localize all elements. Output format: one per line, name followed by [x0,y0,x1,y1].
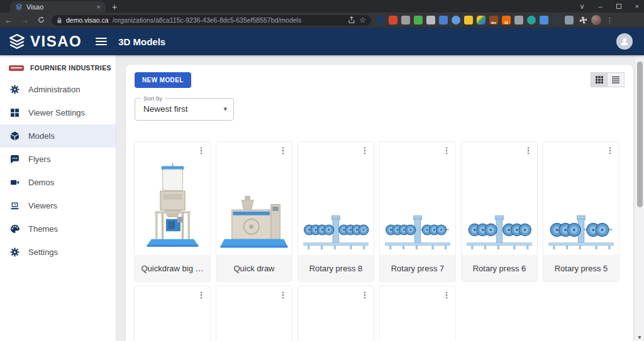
organization-row[interactable]: FOURNIER INDUSTRIES [0,55,116,78]
window-controls: ∨ – × [579,0,639,13]
url-bar[interactable]: demo.visao.ca/organizations/a8ca115c-923… [52,15,371,26]
bookmark-star-icon[interactable]: ☆ [359,16,366,24]
back-icon[interactable]: ← [0,16,16,25]
model-thumbnail-area[interactable] [135,142,210,255]
list-view-button[interactable] [608,72,625,87]
card-menu-icon[interactable]: ⋮ [441,290,452,301]
reload-icon[interactable] [33,16,49,25]
model-card-rotary-press-5[interactable]: ⋮ [543,141,619,282]
model-thumbnail-area[interactable] [380,142,455,255]
person-icon [619,36,630,46]
tab-close-icon[interactable]: × [97,3,101,11]
card-menu-icon[interactable]: ⋮ [278,146,288,157]
card-menu-icon[interactable]: ⋮ [441,146,452,157]
dashboard-icon [10,108,19,117]
card-menu-icon[interactable]: ⋮ [196,146,206,157]
panel-extension-icon[interactable] [439,16,448,24]
minimize-icon[interactable]: – [598,3,602,10]
model-card-rotary-press-6[interactable]: ⋮ [461,141,538,282]
secure-lock-icon[interactable] [57,17,62,24]
card-menu-icon[interactable]: ⋮ [278,290,288,301]
scrollbar-thumb[interactable] [637,62,643,207]
card-footer[interactable]: Quick draw [216,255,292,281]
model-card-rotary-press-7[interactable]: ⋮ [379,141,456,282]
models-panel: NEW MODEL Sort by Newest first ▾ [126,65,633,341]
model-card-partial[interactable]: ⋮ [216,286,292,341]
new-model-button[interactable]: NEW MODEL [135,72,191,88]
card-footer[interactable]: Rotary press 7 [380,255,455,281]
doc-extension-icon[interactable] [426,16,435,24]
sidebar-item-themes[interactable]: Themes [0,217,116,241]
visao-logo[interactable]: VISAO [8,33,82,50]
pin-extension-icon[interactable] [389,16,397,24]
sort-select[interactable]: Sort by Newest first ▾ [135,98,234,121]
model-card-quick-draw[interactable]: ⋮ Quick draw [216,141,292,282]
new-tab-button[interactable]: + [112,2,117,12]
compose-extension-icon[interactable] [540,16,548,24]
model-card-partial[interactable]: ⋮ [134,286,211,341]
sidebar-item-demos[interactable]: Demos [0,171,116,194]
browser-profile-avatar[interactable] [591,15,601,25]
card-footer[interactable]: Rotary press 6 [462,255,537,281]
card-footer[interactable]: Quickdraw big … [135,255,210,281]
menu-hamburger-icon[interactable] [96,38,107,45]
organization-name: FOURNIER INDUSTRIES [30,64,111,72]
dec-extension-icon[interactable]: dec [489,16,498,24]
sidebar-item-viewers[interactable]: Viewers [0,194,116,217]
scrollbar-down-icon[interactable]: ▼ [635,335,644,340]
card-menu-icon[interactable]: ⋮ [360,146,370,157]
sidebar-item-settings[interactable]: Settings [0,241,116,264]
rainbow-extension-icon[interactable] [477,16,486,24]
sidebar-item-models[interactable]: Models [0,124,116,148]
grid-view-button[interactable] [591,72,608,87]
pointer-extension-icon[interactable] [565,16,574,24]
sidebar-item-label: Settings [28,247,58,257]
card-footer[interactable]: Rotary press 5 [543,255,619,281]
card-menu-icon[interactable]: ⋮ [360,290,370,301]
flask-extension-icon[interactable] [464,16,473,24]
sidebar: FOURNIER INDUSTRIES AdministrationViewer… [0,55,116,341]
mail-extension-icon[interactable] [514,16,523,24]
model-title: Quickdraw big … [142,264,204,273]
user-avatar[interactable] [616,33,633,50]
maximize-icon[interactable] [616,4,621,9]
calendar-extension-icon[interactable]: 22 [502,16,511,24]
sidebar-item-administration[interactable]: Administration [0,78,116,101]
share-icon[interactable] [348,16,355,24]
card-menu-icon[interactable]: ⋮ [605,146,615,157]
laptop-icon [10,201,19,210]
model-card-partial[interactable]: ⋮ [297,286,374,341]
model-cards-row-2: ⋮ ⋮ ⋮ ⋮ [134,286,456,341]
model-thumbnail-area[interactable] [298,142,374,255]
file-extension-icon[interactable] [401,16,410,24]
drive-extension-icon[interactable] [414,16,423,24]
browser-tab[interactable]: Visao × [10,1,106,13]
model-card-rotary-press-8[interactable]: ⋮ [297,141,374,282]
extension-label: dec [489,21,498,24]
model-thumbnail-area[interactable] [543,142,619,255]
gem-extension-icon[interactable] [527,16,536,24]
view-toggle [591,72,625,87]
page-scrollbar[interactable]: ▼ [635,55,644,341]
model-card-quickdraw-big[interactable]: ⋮ Quickdraw big … [134,141,211,282]
dot-extension-icon[interactable] [452,16,460,24]
extensions-puzzle-icon[interactable] [579,16,587,24]
sort-label: Sort by [141,95,165,102]
model-thumbnail-area[interactable] [462,142,537,255]
sort-value: Newest first [143,104,188,114]
visao-layers-icon [8,33,26,50]
window-close-icon[interactable]: × [635,3,639,10]
visao-favicon-icon [15,3,23,11]
sidebar-item-flyers[interactable]: Flyers [0,148,116,171]
crescent-extension-icon[interactable] [376,16,385,24]
browser-menu-icon[interactable]: ⋮ [606,16,613,24]
eye-extension-icon[interactable] [552,16,561,24]
card-footer[interactable]: Rotary press 8 [298,255,374,281]
forward-icon[interactable]: → [16,16,33,25]
model-card-partial[interactable]: ⋮ [379,286,456,341]
sidebar-item-viewer-settings[interactable]: Viewer Settings [0,101,116,124]
card-menu-icon[interactable]: ⋮ [196,290,206,301]
card-menu-icon[interactable]: ⋮ [523,146,533,157]
model-thumbnail-area[interactable] [216,142,292,255]
tab-search-icon[interactable]: ∨ [579,3,584,11]
